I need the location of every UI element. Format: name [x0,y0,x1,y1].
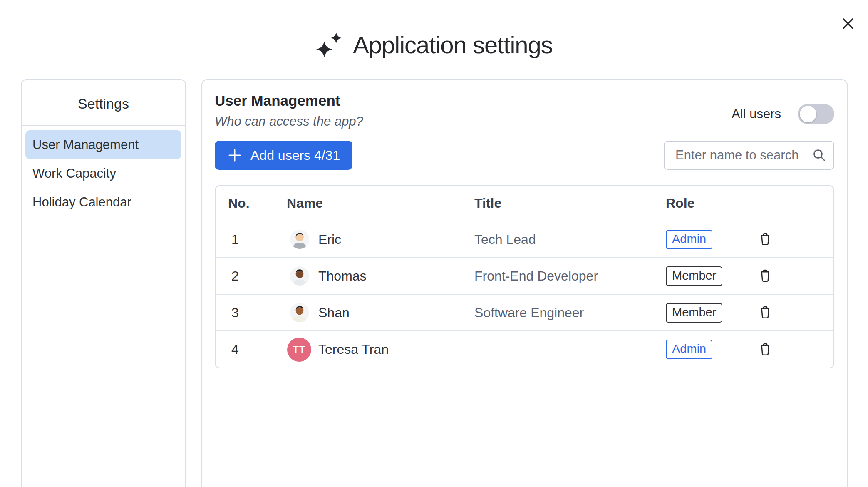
table-row: 2 Thomas Front-End Developer Member [216,258,833,294]
sparkles-icon [315,32,344,60]
trash-icon [758,342,773,357]
search-input[interactable] [664,141,834,170]
user-name-cell: Eric [284,230,474,249]
role-badge[interactable]: Member [666,266,722,286]
delete-user-button[interactable] [758,305,773,320]
table-row: 4 TT Teresa Tran Admin [216,331,833,368]
table-row: 3 Shan Software Engineer Member [216,294,833,331]
role-badge[interactable]: Admin [666,340,712,359]
avatar-initials: TT [287,338,311,362]
row-number: 2 [216,258,284,294]
column-header-title: Title [474,186,666,221]
search-icon[interactable] [812,148,827,163]
search-box [664,141,834,170]
delete-user-button[interactable] [758,342,773,357]
table-header-row: No. Name Title Role [216,186,833,221]
user-title [474,331,666,368]
section-subtitle: Who can access the app? [215,114,363,129]
sidebar-item-user-management[interactable]: User Management [25,130,181,159]
settings-sidebar: Settings User Management Work Capacity H… [21,79,186,487]
trash-icon [758,232,773,247]
user-title: Software Engineer [474,294,666,331]
user-title: Front-End Developer [474,258,666,294]
users-table: No. Name Title Role 1 [215,185,834,368]
add-users-button[interactable]: Add users 4/31 [215,141,352,170]
user-name: Thomas [318,268,367,284]
column-header-role: Role [666,186,747,221]
page-title: Application settings [353,31,553,59]
row-number: 1 [216,221,284,258]
user-name: Shan [318,305,350,321]
column-header-no: No. [216,186,284,221]
delete-user-button[interactable] [758,268,773,283]
avatar [290,266,309,286]
user-name-cell: Shan [284,303,474,322]
all-users-label: All users [732,107,781,122]
sidebar-heading: Settings [22,80,185,126]
row-number: 4 [216,331,284,368]
table-row: 1 Eric Tech Lead Admin [216,221,833,258]
user-name-cell: Thomas [284,266,474,286]
role-badge[interactable]: Member [666,303,722,323]
user-title: Tech Lead [474,221,666,258]
user-management-panel: User Management Who can access the app? … [201,79,848,487]
modal-header: Application settings [0,0,868,59]
trash-icon [758,268,773,283]
user-name-cell: TT Teresa Tran [284,338,474,362]
sidebar-item-holiday-calendar[interactable]: Holiday Calendar [25,188,181,216]
avatar [290,303,309,322]
all-users-toggle[interactable] [798,104,834,124]
avatar [290,230,309,249]
column-header-actions [747,186,833,221]
add-users-label: Add users 4/31 [250,148,340,163]
trash-icon [758,305,773,320]
user-table-body: 1 Eric Tech Lead Admin [216,221,833,368]
role-badge[interactable]: Admin [666,230,712,249]
close-button[interactable] [839,15,857,33]
section-title: User Management [215,92,363,109]
plus-icon [227,148,242,163]
close-icon [841,17,855,32]
toggle-knob [800,106,816,122]
user-name: Teresa Tran [318,342,389,357]
delete-user-button[interactable] [758,232,773,247]
user-name: Eric [318,232,341,247]
row-number: 3 [216,294,284,331]
sidebar-item-work-capacity[interactable]: Work Capacity [25,159,181,188]
column-header-name: Name [284,186,474,221]
sidebar-list: User Management Work Capacity Holiday Ca… [22,126,185,221]
